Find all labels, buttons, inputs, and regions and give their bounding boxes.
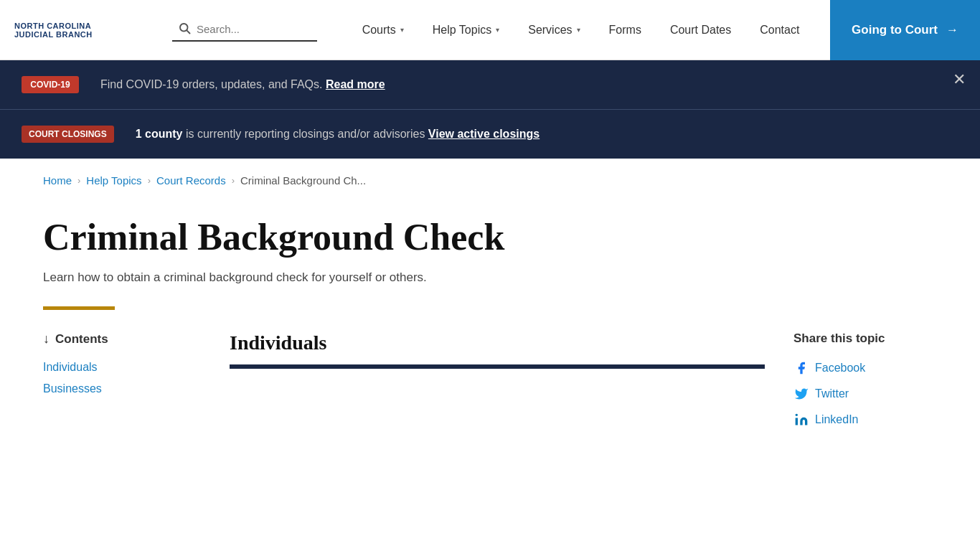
nav-item-contact[interactable]: Contact (745, 0, 814, 60)
page-subtitle: Learn how to obtain a criminal backgroun… (43, 270, 937, 285)
chevron-down-icon: ▾ (400, 26, 404, 34)
closings-text: 1 county is currently reporting closings… (136, 128, 540, 141)
close-banner-button[interactable]: ✕ (953, 72, 966, 88)
chevron-down-icon: ▾ (496, 26, 499, 34)
decorative-divider (43, 306, 115, 310)
search-input[interactable] (197, 23, 311, 35)
going-to-court-button[interactable]: Going to Court → (830, 0, 980, 60)
list-item: Twitter (793, 386, 937, 402)
share-linkedin-link[interactable]: LinkedIn (793, 412, 859, 428)
covid-read-more-link[interactable]: Read more (326, 78, 385, 90)
list-item: Facebook (793, 360, 937, 376)
share-sidebar: Share this topic Facebook T (793, 331, 937, 428)
logo-line1: NORTH CAROLINA (14, 22, 143, 30)
arrow-icon: → (946, 23, 958, 37)
share-facebook-link[interactable]: Facebook (793, 360, 865, 376)
view-closings-link[interactable]: View active closings (428, 128, 540, 140)
covid-banner: COVID-19 Find COVID-19 orders, updates, … (0, 60, 980, 109)
nav-item-court-dates[interactable]: Court Dates (656, 0, 745, 60)
covid-badge: COVID-19 (22, 76, 79, 93)
main-content: Criminal Background Check Learn how to o… (0, 202, 980, 456)
page-title: Criminal Background Check (43, 217, 937, 258)
chevron-down-icon: ▾ (577, 26, 580, 34)
court-closings-badge: COURT CLOSINGS (22, 126, 114, 143)
contents-header: ↓ Contents (43, 331, 201, 347)
share-list: Facebook Twitter (793, 360, 937, 428)
breadcrumb-separator: › (148, 175, 151, 186)
site-logo[interactable]: NORTH CAROLINA JUDICIAL BRANCH (0, 22, 158, 39)
search-icon (178, 22, 191, 37)
breadcrumb: Home › Help Topics › Court Records › Cri… (0, 159, 980, 202)
section-title-wrapper: Individuals (230, 331, 765, 369)
linkedin-icon (793, 412, 809, 428)
share-twitter-link[interactable]: Twitter (793, 386, 849, 402)
article-content: Individuals (230, 331, 765, 428)
facebook-icon (793, 360, 809, 376)
breadcrumb-separator: › (77, 175, 80, 186)
content-layout: ↓ Contents Individuals Businesses Indivi… (43, 331, 937, 428)
share-title: Share this topic (793, 331, 937, 346)
logo-line2: JUDICIAL BRANCH (14, 30, 143, 39)
section-title-individuals: Individuals (230, 331, 765, 367)
alert-banner-area: ✕ COVID-19 Find COVID-19 orders, updates… (0, 60, 980, 159)
contents-sidebar: ↓ Contents Individuals Businesses (43, 331, 201, 428)
nav-item-courts[interactable]: Courts ▾ (348, 0, 418, 60)
nav-item-help-topics[interactable]: Help Topics ▾ (418, 0, 514, 60)
covid-text: Find COVID-19 orders, updates, and FAQs.… (100, 78, 385, 91)
nav-item-forms[interactable]: Forms (595, 0, 656, 60)
list-item: Individuals (43, 361, 201, 374)
down-arrow-icon: ↓ (43, 331, 50, 347)
contents-link-individuals[interactable]: Individuals (43, 361, 98, 373)
search-bar[interactable] (172, 19, 317, 42)
contents-link-businesses[interactable]: Businesses (43, 382, 102, 395)
contents-list: Individuals Businesses (43, 361, 201, 395)
breadcrumb-separator: › (232, 175, 235, 186)
svg-rect-2 (796, 418, 798, 425)
main-nav: Courts ▾ Help Topics ▾ Services ▾ Forms … (331, 0, 830, 60)
list-item: Businesses (43, 382, 201, 395)
breadcrumb-help-topics[interactable]: Help Topics (86, 174, 141, 187)
svg-point-3 (796, 414, 798, 416)
twitter-icon (793, 386, 809, 402)
breadcrumb-home[interactable]: Home (43, 174, 72, 187)
svg-line-1 (187, 30, 189, 33)
site-header: NORTH CAROLINA JUDICIAL BRANCH Courts ▾ … (0, 0, 980, 60)
nav-item-services[interactable]: Services ▾ (514, 0, 594, 60)
breadcrumb-court-records[interactable]: Court Records (156, 174, 226, 187)
list-item: LinkedIn (793, 412, 937, 428)
breadcrumb-current: Criminal Background Ch... (240, 174, 366, 187)
closings-banner: COURT CLOSINGS 1 county is currently rep… (0, 109, 980, 159)
